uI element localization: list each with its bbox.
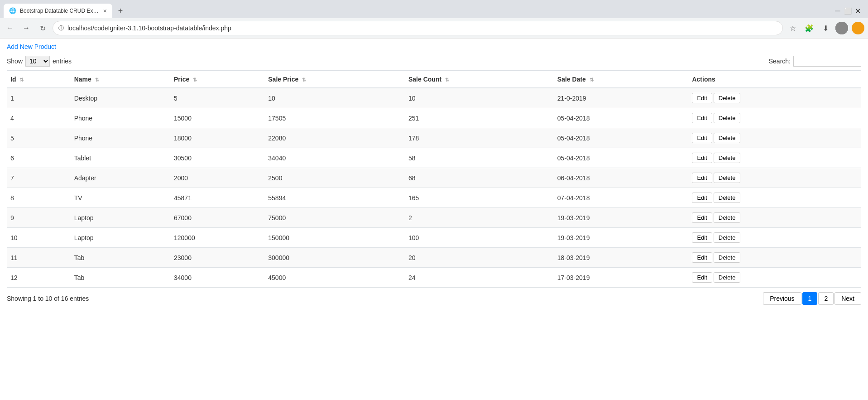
cell-id: 4: [7, 108, 71, 128]
cell-name: Adapter: [71, 168, 170, 188]
delete-button[interactable]: Delete: [714, 173, 741, 183]
maximize-button[interactable]: ⬜: [844, 8, 851, 14]
cell-id: 5: [7, 128, 71, 148]
profile-button[interactable]: [835, 22, 848, 34]
entries-select[interactable]: 10 25 50 100: [25, 56, 50, 67]
tab-title: Bootstrap Datatable CRUD Exam...: [20, 8, 100, 14]
cell-price: 23000: [170, 248, 264, 268]
table-row: 9Laptop6700075000219-03-2019EditDelete: [7, 208, 861, 228]
next-button[interactable]: Next: [834, 292, 861, 305]
delete-button[interactable]: Delete: [714, 212, 741, 223]
cell-sale-price: 300000: [264, 248, 405, 268]
col-header-sale-date[interactable]: Sale Date ⇅: [554, 71, 689, 88]
sort-icon-id: ⇅: [19, 77, 24, 82]
cell-name: Tab: [71, 268, 170, 288]
search-control: Search:: [769, 56, 861, 67]
cell-price: 120000: [170, 228, 264, 248]
col-header-name[interactable]: Name ⇅: [71, 71, 170, 88]
cell-sale-price: 34040: [264, 148, 405, 168]
edit-button[interactable]: Edit: [692, 193, 712, 203]
show-label: Show: [7, 58, 23, 65]
edit-button[interactable]: Edit: [692, 232, 712, 243]
edit-button[interactable]: Edit: [692, 153, 712, 163]
cell-sale-date: 19-03-2019: [554, 228, 689, 248]
cell-price: 34000: [170, 268, 264, 288]
cell-sale-date: 18-03-2019: [554, 248, 689, 268]
cell-sale-price: 45000: [264, 268, 405, 288]
cell-id: 8: [7, 188, 71, 208]
delete-button[interactable]: Delete: [714, 133, 741, 143]
col-header-sale-price[interactable]: Sale Price ⇅: [264, 71, 405, 88]
add-new-product-link[interactable]: Add New Product: [7, 43, 56, 50]
browser-toolbar: ← → ↻ ⓘ ☆ 🧩 ⬇: [0, 18, 868, 38]
secure-icon: ⓘ: [58, 24, 64, 32]
cell-id: 7: [7, 168, 71, 188]
edit-button[interactable]: Edit: [692, 252, 712, 263]
table-row: 8TV458715589416507-04-2018EditDelete: [7, 188, 861, 208]
back-button[interactable]: ←: [4, 22, 16, 34]
delete-button[interactable]: Delete: [714, 193, 741, 203]
cell-sale-count: 2: [405, 208, 554, 228]
active-tab[interactable]: 🌐 Bootstrap Datatable CRUD Exam... ×: [4, 4, 112, 18]
delete-button[interactable]: Delete: [714, 252, 741, 263]
extensions-button[interactable]: 🧩: [803, 22, 815, 34]
tab-close-button[interactable]: ×: [103, 8, 107, 14]
cell-sale-price: 2500: [264, 168, 405, 188]
edit-button[interactable]: Edit: [692, 212, 712, 223]
table-body: 1Desktop5101021-0-2019EditDelete4Phone15…: [7, 88, 861, 288]
page-button-2[interactable]: 2: [818, 292, 834, 305]
cell-sale-count: 251: [405, 108, 554, 128]
cell-actions: EditDelete: [688, 188, 861, 208]
col-header-id[interactable]: Id ⇅: [7, 71, 71, 88]
search-input[interactable]: [793, 56, 861, 67]
download-button[interactable]: ⬇: [819, 22, 832, 34]
cell-sale-price: 17505: [264, 108, 405, 128]
cell-actions: EditDelete: [688, 108, 861, 128]
close-window-button[interactable]: ✕: [854, 8, 861, 14]
cell-sale-date: 17-03-2019: [554, 268, 689, 288]
reload-button[interactable]: ↻: [36, 22, 49, 34]
new-tab-button[interactable]: +: [114, 5, 127, 17]
cell-id: 9: [7, 208, 71, 228]
cell-name: TV: [71, 188, 170, 208]
address-bar[interactable]: [67, 24, 777, 32]
minimize-button[interactable]: ─: [834, 8, 841, 14]
delete-button[interactable]: Delete: [714, 153, 741, 163]
cell-name: Phone: [71, 128, 170, 148]
bookmark-button[interactable]: ☆: [786, 22, 799, 34]
show-entries-control: Show 10 25 50 100 entries: [7, 56, 72, 67]
forward-button[interactable]: →: [20, 22, 33, 34]
delete-button[interactable]: Delete: [714, 232, 741, 243]
sort-icon-sale-count: ⇅: [445, 77, 449, 82]
cell-sale-date: 06-04-2018: [554, 168, 689, 188]
cell-sale-price: 75000: [264, 208, 405, 228]
cell-name: Laptop: [71, 228, 170, 248]
table-header-row: Id ⇅ Name ⇅ Price ⇅ Sale Price ⇅ Sale Co…: [7, 71, 861, 88]
delete-button[interactable]: Delete: [714, 272, 741, 283]
page-content: Add New Product Show 10 25 50 100 entrie…: [0, 39, 868, 309]
products-table: Id ⇅ Name ⇅ Price ⇅ Sale Price ⇅ Sale Co…: [7, 70, 861, 288]
edit-button[interactable]: Edit: [692, 93, 712, 103]
sort-icon-price: ⇅: [193, 77, 197, 82]
edit-button[interactable]: Edit: [692, 133, 712, 143]
account-circle[interactable]: [852, 22, 864, 34]
edit-button[interactable]: Edit: [692, 113, 712, 123]
cell-actions: EditDelete: [688, 228, 861, 248]
sort-icon-sale-price: ⇅: [302, 77, 306, 82]
page-button-1[interactable]: 1: [802, 292, 818, 305]
previous-button[interactable]: Previous: [763, 292, 801, 305]
address-bar-container[interactable]: ⓘ: [53, 21, 783, 35]
cell-id: 10: [7, 228, 71, 248]
delete-button[interactable]: Delete: [714, 93, 741, 103]
cell-sale-count: 100: [405, 228, 554, 248]
col-header-sale-count[interactable]: Sale Count ⇅: [405, 71, 554, 88]
cell-price: 2000: [170, 168, 264, 188]
edit-button[interactable]: Edit: [692, 173, 712, 183]
delete-button[interactable]: Delete: [714, 113, 741, 123]
table-row: 12Tab34000450002417-03-2019EditDelete: [7, 268, 861, 288]
datatable-bottom-controls: Showing 1 to 10 of 16 entries Previous 1…: [7, 292, 861, 305]
cell-sale-date: 21-0-2019: [554, 88, 689, 108]
col-header-price[interactable]: Price ⇅: [170, 71, 264, 88]
cell-sale-date: 05-04-2018: [554, 128, 689, 148]
edit-button[interactable]: Edit: [692, 272, 712, 283]
